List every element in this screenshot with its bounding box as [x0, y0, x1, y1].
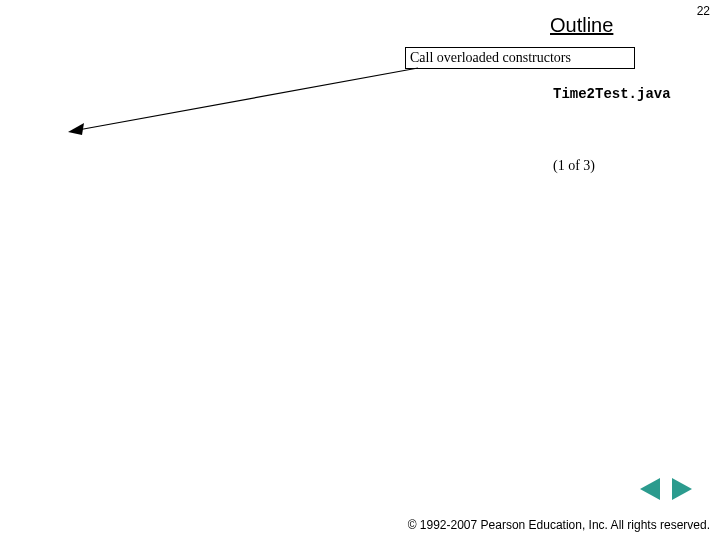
- svg-line-0: [78, 68, 418, 130]
- svg-marker-1: [68, 123, 84, 135]
- callout-box: Call overloaded constructors: [405, 47, 635, 69]
- page-range-label: (1 of 3): [553, 158, 595, 174]
- next-button-icon[interactable]: [672, 478, 692, 500]
- callout-text: Call overloaded constructors: [410, 50, 571, 66]
- prev-button-icon[interactable]: [640, 478, 660, 500]
- nav-button-group: [640, 478, 692, 500]
- outline-heading: Outline: [550, 14, 613, 37]
- pointer-arrow: [68, 68, 428, 148]
- file-name-label: Time2Test.java: [553, 86, 671, 102]
- copyright-text: © 1992-2007 Pearson Education, Inc. All …: [408, 518, 710, 532]
- page-number: 22: [697, 4, 710, 18]
